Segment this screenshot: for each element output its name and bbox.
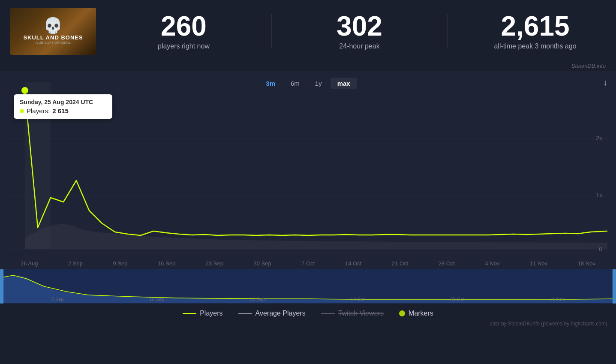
steamdb-credit: SteamDB.info bbox=[0, 63, 616, 71]
legend-markers-label: Markers bbox=[409, 310, 433, 317]
divider-1 bbox=[271, 14, 272, 48]
x-label-5: 30 Sep bbox=[254, 260, 271, 267]
skull-icon: 💀 bbox=[43, 18, 63, 33]
game-title: SKULL AND BONES bbox=[23, 34, 83, 41]
current-players-block: 260 players right now bbox=[113, 12, 254, 50]
legend-players-label: Players bbox=[200, 310, 222, 317]
mini-label-5: 11 Nov bbox=[550, 297, 565, 302]
mini-chart[interactable]: 2 Sep 16 Sep 30 Sep 14 Oct 28 Oct 11 Nov bbox=[0, 269, 616, 304]
legend-twitch-label: Twitch Viewers bbox=[338, 310, 384, 317]
header: 💀 SKULL AND BONES A UBISOFT ORIGINAL 260… bbox=[0, 0, 616, 63]
divider-2 bbox=[447, 14, 448, 48]
x-label-7: 14 Oct bbox=[345, 260, 361, 267]
alltime-value: 2,615 bbox=[465, 12, 606, 40]
data-credit: data by SteamDB.info (powered by highcha… bbox=[0, 320, 616, 331]
svg-text:1k: 1k bbox=[596, 192, 603, 199]
legend-avg-label: Average Players bbox=[255, 310, 306, 317]
legend-line-gray bbox=[238, 313, 252, 314]
mini-label-0: 2 Sep bbox=[51, 297, 64, 302]
alltime-block: 2,615 all-time peak 3 months ago bbox=[465, 12, 606, 50]
x-axis-labels: 26 Aug 2 Sep 9 Sep 16 Sep 23 Sep 30 Sep … bbox=[0, 258, 616, 269]
mini-label-4: 28 Oct bbox=[450, 297, 464, 302]
x-label-9: 28 Oct bbox=[439, 260, 455, 267]
x-label-3: 16 Sep bbox=[158, 260, 175, 267]
legend-markers: Markers bbox=[399, 310, 433, 317]
mini-label-1: 16 Sep bbox=[149, 297, 164, 302]
peak24-block: 302 24-hour peak bbox=[289, 12, 430, 50]
chart-container: 3m 6m 1y max ↓ Sunday, 25 Aug 2024 UTC P… bbox=[0, 71, 616, 258]
x-label-12: 18 Nov bbox=[578, 260, 595, 267]
tooltip-players: Players: 2 615 bbox=[20, 107, 106, 114]
tooltip-dot bbox=[20, 109, 24, 113]
x-label-10: 4 Nov bbox=[485, 260, 500, 267]
x-label-4: 23 Sep bbox=[206, 260, 223, 267]
alltime-label: all-time peak 3 months ago bbox=[465, 42, 606, 50]
mini-label-3: 14 Oct bbox=[351, 297, 364, 302]
legend-players: Players bbox=[183, 310, 222, 317]
x-label-0: 26 Aug bbox=[21, 260, 38, 267]
x-label-1: 2 Sep bbox=[68, 260, 83, 267]
game-subtitle: A UBISOFT ORIGINAL bbox=[36, 41, 71, 45]
mini-label-2: 30 Sep bbox=[250, 297, 265, 302]
tooltip-value: 2 615 bbox=[52, 107, 69, 114]
svg-point-7 bbox=[22, 87, 28, 93]
legend-dot-yellow bbox=[399, 310, 405, 316]
chart-legend: Players Average Players Twitch Viewers M… bbox=[0, 304, 616, 320]
legend-twitch: Twitch Viewers bbox=[321, 310, 384, 317]
chart-tooltip: Sunday, 25 Aug 2024 UTC Players: 2 615 bbox=[14, 94, 112, 119]
mini-chart-labels: 2 Sep 16 Sep 30 Sep 14 Oct 28 Oct 11 Nov bbox=[0, 297, 616, 302]
peak24-value: 302 bbox=[289, 12, 430, 40]
current-players-label: players right now bbox=[113, 42, 254, 50]
legend-line-strikethrough bbox=[321, 313, 335, 314]
game-thumbnail: 💀 SKULL AND BONES A UBISOFT ORIGINAL bbox=[10, 8, 96, 55]
x-label-8: 21 Oct bbox=[392, 260, 408, 267]
legend-line-green bbox=[183, 313, 196, 314]
tooltip-date: Sunday, 25 Aug 2024 UTC bbox=[20, 99, 106, 105]
x-label-2: 9 Sep bbox=[113, 260, 128, 267]
x-label-11: 11 Nov bbox=[530, 260, 547, 267]
svg-text:2k: 2k bbox=[596, 135, 603, 141]
legend-avg-players: Average Players bbox=[238, 310, 306, 317]
x-label-6: 7 Oct bbox=[301, 260, 315, 267]
current-players-value: 260 bbox=[113, 12, 254, 40]
peak24-label: 24-hour peak bbox=[289, 42, 430, 50]
tooltip-label: Players: bbox=[27, 107, 50, 114]
